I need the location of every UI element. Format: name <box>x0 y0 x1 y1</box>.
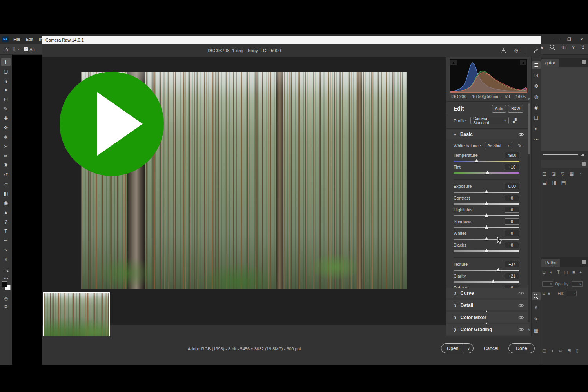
tab-paths[interactable]: Paths <box>541 259 560 267</box>
filter-shape-icon[interactable]: ▢ <box>564 270 568 275</box>
dodge-tool[interactable]: ⚳ <box>1 218 11 226</box>
basic-section-header[interactable]: ▼ Basic <box>446 130 529 139</box>
eyedropper-tool[interactable]: ✎ <box>1 105 11 113</box>
done-button[interactable]: Done <box>508 343 535 353</box>
open-button-label[interactable]: Open <box>441 344 464 353</box>
quick-mask-icon[interactable]: ◎ <box>4 296 8 301</box>
filter-kind-icon[interactable]: ⊞ <box>542 270 546 275</box>
scroll-down-icon[interactable]: ∨ <box>528 328 530 332</box>
slider-track[interactable] <box>454 281 519 283</box>
play-button-overlay[interactable] <box>60 72 164 176</box>
eye-visibility-icon[interactable] <box>518 303 524 307</box>
adj-bw-icon[interactable]: ▤ <box>561 180 566 185</box>
minimize-button[interactable]: — <box>554 37 559 42</box>
save-image-icon[interactable] <box>500 48 506 54</box>
eye-visibility-icon[interactable] <box>518 316 524 319</box>
history-brush-tool[interactable]: ↺ <box>1 171 11 179</box>
bw-button[interactable]: B&W <box>508 105 523 113</box>
path-select-tool[interactable]: ↖ <box>1 246 11 254</box>
slider-track[interactable] <box>454 239 519 240</box>
workflow-options-text[interactable]: Adobe RGB (1998) - 8 bit - 5456 x 3632 (… <box>188 347 301 351</box>
filter-dot-icon[interactable]: ● <box>579 270 582 275</box>
scroll-up-icon[interactable]: ∧ <box>528 96 530 100</box>
healing-brush-tool[interactable]: ✜ <box>1 124 11 132</box>
menu-file[interactable]: File <box>13 37 20 42</box>
grid-overlay-tool[interactable]: ▦ <box>532 327 541 334</box>
slider-handle[interactable] <box>485 213 488 217</box>
opacity-select[interactable]: ∨ <box>572 281 583 287</box>
share-icon[interactable]: ↥ <box>581 45 585 50</box>
home-icon[interactable]: ⌂ <box>5 46 8 53</box>
blend-mode-select[interactable]: ∨ <box>542 281 553 287</box>
adj-levels-icon[interactable]: ◪ <box>551 171 556 177</box>
new-layer-icon[interactable]: ⊞ <box>568 348 571 353</box>
sampler-tool-cr[interactable]: ✎ <box>532 315 541 323</box>
filmstrip-thumbnail[interactable] <box>43 292 110 338</box>
zoom-slider-track[interactable] <box>543 154 578 155</box>
zoom-tool[interactable] <box>1 265 11 273</box>
section-color-mixer[interactable]: ❯ Color Mixer <box>446 312 529 323</box>
layer-mask-icon[interactable]: ▢ <box>542 348 546 353</box>
histogram[interactable]: ▲ ▲ <box>450 59 527 93</box>
lock-transparent-icon[interactable]: ⊡ <box>542 291 545 296</box>
adj-exposure-icon[interactable]: ▦ <box>569 171 574 177</box>
zoom-slider-handle-icon[interactable] <box>581 154 585 156</box>
eye-visibility-icon[interactable] <box>518 291 524 295</box>
quick-selection-tool[interactable]: ✦ <box>1 86 11 94</box>
spot-healing-tool[interactable]: ✚ <box>1 114 11 122</box>
slider-track[interactable] <box>454 192 519 193</box>
camera-raw-titlebar[interactable]: Camera Raw 14.0.1 <box>42 36 541 44</box>
section-color-grading[interactable]: ❯ Color Grading <box>446 324 529 335</box>
color-swatches[interactable] <box>2 281 11 292</box>
filter-adjust-icon[interactable]: ◐ <box>550 270 553 275</box>
slider-value-box[interactable]: 0.00 <box>505 183 519 189</box>
slider-handle[interactable] <box>491 279 495 283</box>
slider-handle[interactable] <box>485 237 488 240</box>
screen-mode-icon[interactable]: ⧉ <box>5 304 8 309</box>
slider-value-box[interactable]: +10 <box>505 164 519 170</box>
more-tools[interactable]: ⋯ <box>1 274 11 282</box>
slider-value-box[interactable]: 4900 <box>505 152 519 158</box>
lasso-tool[interactable]: ʓ <box>1 77 11 85</box>
brush-tool[interactable]: ✏ <box>1 152 11 160</box>
open-options-chevron-icon[interactable]: ∨ <box>464 344 473 353</box>
move-tool[interactable]: ✛ <box>1 58 11 66</box>
group-layers-icon[interactable]: ▱ <box>559 348 562 353</box>
cancel-button[interactable]: Cancel <box>484 346 498 351</box>
masking-tool[interactable]: ◍ <box>532 93 541 101</box>
close-button[interactable]: ✕ <box>580 37 583 42</box>
section-curve[interactable]: ❯ Curve <box>446 288 529 298</box>
workspace-icon[interactable]: ◫ <box>561 45 565 50</box>
slider-value-box[interactable]: 0 <box>505 195 519 201</box>
patch-tool[interactable]: ❖ <box>1 133 11 141</box>
eraser-tool[interactable]: ▱ <box>1 180 11 188</box>
move-tool-options[interactable]: ✛ ∨ <box>12 47 20 52</box>
gradient-tool[interactable]: ◧ <box>1 190 11 198</box>
delete-layer-icon[interactable]: ▯ <box>576 348 579 353</box>
panel-menu-icon[interactable] <box>582 60 586 64</box>
profile-browser-icon[interactable]: ▞ <box>513 118 516 123</box>
slider-value-box[interactable]: +37 <box>505 261 519 267</box>
slider-value-box[interactable]: +21 <box>505 273 519 279</box>
adj-balance-icon[interactable]: ◨ <box>552 180 556 185</box>
white-balance-eyedropper-icon[interactable]: ✎ <box>518 143 522 149</box>
slider-handle[interactable] <box>475 159 479 162</box>
presets-tool[interactable]: ◐ <box>532 125 541 132</box>
shadow-clipping-indicator[interactable]: ▲ <box>450 60 457 65</box>
profile-select[interactable]: Camera Standard ∨ <box>470 117 509 124</box>
slider-track[interactable] <box>454 161 519 162</box>
blur-tool[interactable]: ◉ <box>1 199 11 207</box>
search-icon[interactable] <box>550 45 555 50</box>
marquee-tool[interactable]: ▢ <box>1 67 11 75</box>
slider-track[interactable] <box>454 227 519 228</box>
lock-all-icon[interactable]: ■ <box>548 291 550 296</box>
adjustment-layer-icon[interactable]: ◐ <box>551 348 554 353</box>
adj-vibrance-icon[interactable]: ◔ <box>579 171 582 177</box>
navigator-zoom-slider[interactable] <box>543 153 585 157</box>
pen-tool[interactable]: ✒ <box>1 237 11 245</box>
red-eye-tool[interactable]: ◉ <box>532 103 541 111</box>
adj-brightness-icon[interactable]: ⊞ <box>542 171 546 177</box>
slider-handle[interactable] <box>486 171 490 174</box>
eye-visibility-icon[interactable] <box>518 132 524 136</box>
slider-value-box[interactable]: 0 <box>505 218 519 225</box>
